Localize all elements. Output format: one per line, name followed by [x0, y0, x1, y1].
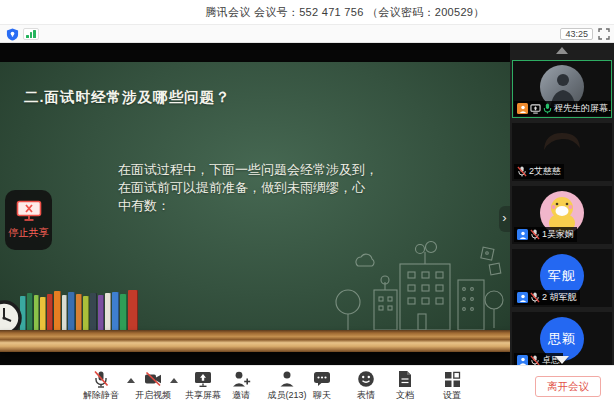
share-screen-icon: [194, 370, 212, 388]
settings-grid-icon: [444, 371, 461, 388]
unmute-button[interactable]: 解除静音: [74, 370, 128, 402]
meeting-security-icon[interactable]: [6, 28, 19, 41]
mic-off-icon: [530, 292, 540, 303]
smiley-icon: [357, 370, 375, 388]
camera-off-icon: [144, 370, 162, 388]
participant-tile[interactable]: 1吴家娴: [512, 186, 612, 244]
blackboard-slide: 二.面试时经常涉及哪些问题？ 在面试过程中，下面一些问题会经常涉及到， 在面试前…: [0, 62, 510, 352]
chalk-city-drawing: [330, 240, 508, 330]
chat-bubble-icon: [313, 370, 331, 388]
mic-off-icon: [530, 355, 540, 365]
slide-body-text: 在面试过程中，下面一些问题会经常涉及到， 在面试前可以提前准备，做到未雨绸缪，心…: [118, 161, 438, 215]
invite-person-icon: [232, 370, 251, 388]
participant-namebar: 1吴家娴: [514, 227, 577, 242]
chalk-tray: [0, 330, 510, 352]
stop-share-label: 停止共享: [9, 226, 49, 240]
participants-sidebar: 程先生的屏幕… 2艾慈慈: [510, 43, 614, 365]
participant-name: 2艾慈慈: [529, 165, 561, 178]
mic-on-icon: [543, 103, 552, 114]
slide-title: 二.面试时经常涉及哪些问题？: [24, 88, 231, 107]
meeting-toolbar: 解除静音 开启视频 共享屏幕: [0, 365, 614, 406]
leave-meeting-button[interactable]: 离开会议: [535, 376, 601, 397]
books-decoration: [20, 290, 138, 331]
stop-share-button[interactable]: 停止共享: [5, 190, 52, 250]
network-signal-icon[interactable]: [23, 28, 39, 40]
meeting-timer: 43:25: [560, 28, 593, 40]
participant-namebar: 程先生的屏幕…: [514, 101, 611, 116]
member-badge-icon: [517, 292, 528, 303]
document-icon: [397, 370, 413, 388]
participant-namebar: 2 胡军舰: [514, 290, 580, 305]
docs-button[interactable]: 文档: [378, 370, 432, 402]
members-person-icon: [278, 370, 296, 388]
participant-namebar: 2艾慈慈: [514, 164, 564, 179]
participant-tile[interactable]: 军舰 2 胡军舰: [512, 249, 612, 307]
member-badge-icon: [517, 355, 528, 365]
mic-off-icon: [517, 166, 527, 177]
tencent-meeting-window: 腾讯会议 会议号：552 471 756 （会议密码：200529） 43:25…: [0, 0, 614, 406]
status-bar: 43:25: [0, 25, 614, 43]
next-slide-arrow[interactable]: ›: [499, 206, 510, 232]
scroll-down-icon[interactable]: [555, 356, 569, 364]
stop-share-screen-icon: [16, 200, 42, 222]
participant-name: 2 胡军舰: [542, 291, 577, 304]
screen-share-mini-icon: [530, 104, 541, 114]
host-badge-icon: [517, 103, 528, 114]
window-titlebar: 腾讯会议 会议号：552 471 756 （会议密码：200529）: [0, 0, 614, 25]
member-badge-icon: [517, 229, 528, 240]
settings-button[interactable]: 设置: [425, 370, 479, 402]
scroll-up-icon[interactable]: [556, 47, 568, 54]
fullscreen-icon[interactable]: [598, 28, 610, 40]
participant-tile-sharing[interactable]: 程先生的屏幕…: [512, 60, 612, 118]
mic-off-icon: [530, 229, 540, 240]
meeting-title: 腾讯会议 会议号：552 471 756 （会议密码：200529）: [0, 5, 614, 20]
start-video-button[interactable]: 开启视频: [126, 370, 180, 402]
shared-screen-area: 二.面试时经常涉及哪些问题？ 在面试过程中，下面一些问题会经常涉及到， 在面试前…: [0, 43, 510, 365]
participant-tiles: 程先生的屏幕… 2艾慈慈: [512, 60, 612, 365]
participant-name: 1吴家娴: [542, 228, 574, 241]
participant-tile[interactable]: 2艾慈慈: [512, 123, 612, 181]
mic-muted-icon: [92, 370, 110, 388]
participant-name: 程先生的屏幕…: [554, 102, 611, 115]
